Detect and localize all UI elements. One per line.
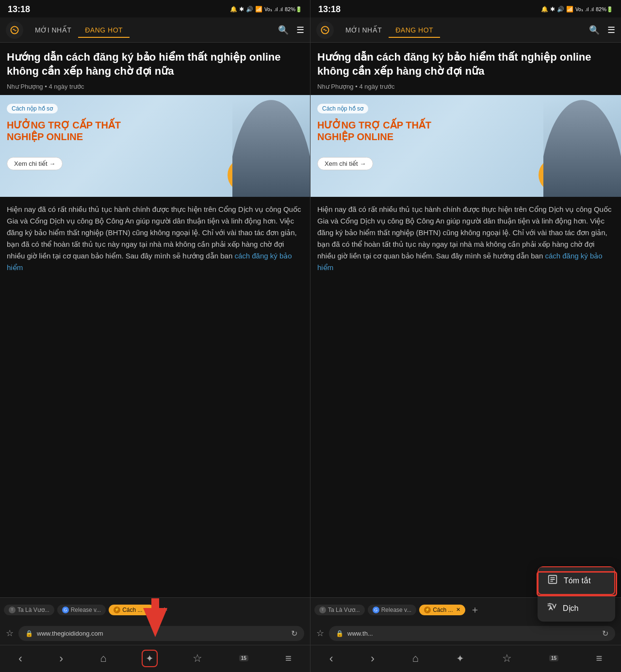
bottom-nav-right: ‹ › ⌂ ✦ ☆ 15 ≡ <box>310 645 621 672</box>
banner-title-right: HƯỞNG TRỢ CẤP THẤT NGHIỆP ONLINE <box>317 119 453 143</box>
ai-btn-left[interactable]: ✦ <box>142 650 158 667</box>
status-icons-right: 🔔 ✱ 🔊 📶 Vo₁ .ıl .ıl 82%🔋 <box>541 6 613 13</box>
refresh-icon-left[interactable]: ↻ <box>291 629 297 638</box>
more-btn-right[interactable]: ≡ <box>594 650 604 667</box>
translate-icon <box>546 602 557 615</box>
bottom-nav-left: ‹ › ⌂ ✦ ☆ 15 ≡ <box>0 645 310 672</box>
status-bar-right: 13:18 🔔 ✱ 🔊 📶 Vo₁ .ıl .ıl 82%🔋 <box>310 0 621 17</box>
nav-bar-right: MỚI NHẤT ĐANG HOT 🔍 ☰ <box>310 17 621 43</box>
article-header-left: Hướng dẫn cách đăng ký bảo hiểm thất ngh… <box>0 43 310 95</box>
nav-icons-left: 🔍 ☰ <box>278 25 304 35</box>
ai-btn-right[interactable]: ✦ <box>454 651 466 666</box>
address-bar-left: ☆ 🔒 www.thegioididong.com ↻ <box>0 622 310 645</box>
banner-right: Cách nộp hồ sơ HƯỞNG TRỢ CẤP THẤT NGHIỆP… <box>310 95 621 197</box>
tab-icon-2-left: ⚡ <box>114 607 120 613</box>
search-icon-right[interactable]: 🔍 <box>589 25 600 35</box>
browser-tab-2-right[interactable]: ⚡ Cách ... ✕ <box>419 605 465 615</box>
left-phone-panel: 13:18 🔔 ✱ 🔊 📶 Vo₁ .ıl .ıl 82%🔋 MỚI NHẤT … <box>0 0 310 672</box>
tab-icon-2-right: ⚡ <box>424 607 431 613</box>
banner-tag-left: Cách nộp hồ sơ <box>7 104 58 113</box>
status-bar-left: 13:18 🔔 ✱ 🔊 📶 Vo₁ .ıl .ıl 82%🔋 <box>0 0 310 17</box>
back-btn-right[interactable]: ‹ <box>327 650 335 667</box>
tab-icon-1-right: G <box>373 607 379 613</box>
status-time-left: 13:18 <box>8 4 30 15</box>
refresh-icon-right[interactable]: ↻ <box>602 629 608 638</box>
article-time-left: 4 ngày trước <box>49 83 84 90</box>
tab-icon-0-right: T <box>319 607 326 613</box>
nav-icons-right: 🔍 ☰ <box>589 25 615 35</box>
address-text-left: www.thegioididong.com <box>37 630 287 637</box>
browser-tab-0-right[interactable]: T Ta Là Vươ... <box>314 605 365 615</box>
tab-add-right[interactable]: ＋ <box>468 603 482 616</box>
popup-label-dich: Dịch <box>563 604 578 613</box>
back-btn-left[interactable]: ‹ <box>16 650 24 667</box>
lock-icon-right: 🔒 <box>336 630 343 637</box>
summarize-icon <box>547 574 558 587</box>
article-meta-left: Như Phượng • 4 ngày trước <box>7 83 303 90</box>
status-time-right: 13:18 <box>318 4 341 15</box>
right-phone-panel: 13:18 🔔 ✱ 🔊 📶 Vo₁ .ıl .ıl 82%🔋 MỚI NHẤT … <box>310 0 621 672</box>
browser-tab-1-left[interactable]: G Release v... <box>57 605 106 615</box>
article-title-left: Hướng dẫn cách đăng ký bảo hiểm thất ngh… <box>7 50 303 78</box>
banner-title-left: HƯỞNG TRỢ CẤP THẤT NGHIỆP ONLINE <box>7 119 143 143</box>
status-icons-left: 🔔 ✱ 🔊 📶 Vo₁ .ıl .ıl 82%🔋 <box>230 6 302 13</box>
menu-icon-right[interactable]: ☰ <box>607 25 615 35</box>
popup-item-tomtat[interactable]: Tóm tắt <box>538 566 615 595</box>
article-title-right: Hướng dẫn cách đăng ký bảo hiểm thất ngh… <box>317 50 614 78</box>
banner-left: Cách nộp hồ sơ HƯỞNG TRỢ CẤP THẤT NGHIỆP… <box>0 95 310 197</box>
forward-btn-right[interactable]: › <box>369 650 376 667</box>
article-author-right: Như Phượng <box>317 83 354 90</box>
star-btn-right[interactable]: ☆ <box>500 650 514 667</box>
bookmark-icon-right[interactable]: ☆ <box>316 628 324 639</box>
browser-tab-1-right[interactable]: G Release v... <box>368 605 416 615</box>
article-body-left: Hiện nay đã có rất nhiều thủ tục hành ch… <box>0 197 310 597</box>
article-header-right: Hướng dẫn cách đăng ký bảo hiểm thất ngh… <box>310 43 621 95</box>
tab-dang-hot-right[interactable]: ĐANG HOT <box>389 22 440 38</box>
article-meta-right: Như Phượng • 4 ngày trước <box>317 83 614 90</box>
tab-moi-nhat-left[interactable]: MỚI NHẤT <box>28 22 78 38</box>
nav-tabs-left: MỚI NHẤT ĐANG HOT <box>28 22 278 38</box>
logo-right[interactable] <box>316 21 334 39</box>
forward-btn-left[interactable]: › <box>57 650 65 667</box>
address-bar-right: ☆ 🔒 www.th... ↻ <box>310 622 621 645</box>
tab-add-left[interactable]: ＋ <box>158 603 171 616</box>
star-btn-left[interactable]: ☆ <box>191 650 204 667</box>
tabs-btn-right[interactable]: 15 <box>547 653 560 663</box>
article-author-left: Như Phượng <box>7 83 43 90</box>
tab-dang-hot-left[interactable]: ĐANG HOT <box>78 22 130 38</box>
bookmark-icon-left[interactable]: ☆ <box>6 628 14 639</box>
tab-close-right[interactable]: ✕ <box>456 607 460 613</box>
address-field-left[interactable]: 🔒 www.thegioididong.com ↻ <box>18 626 304 641</box>
tab-close-left[interactable]: ✕ <box>146 607 150 613</box>
browser-tab-0-left[interactable]: T Ta Là Vươ... <box>4 605 54 615</box>
browser-tabs-left: T Ta Là Vươ... G Release v... ⚡ Cách ...… <box>0 597 310 622</box>
popup-label-tomtat: Tóm tắt <box>564 576 590 585</box>
banner-person-left <box>232 100 310 197</box>
popup-item-dich[interactable]: Dịch <box>538 595 615 622</box>
address-text-right: www.th... <box>347 630 598 637</box>
lock-icon-left: 🔒 <box>25 630 33 637</box>
browser-tab-2-left[interactable]: ⚡ Cách ... ✕ <box>109 605 154 615</box>
logo-left[interactable] <box>6 21 23 39</box>
banner-btn-right[interactable]: Xem chi tiết → <box>317 157 373 170</box>
banner-btn-left[interactable]: Xem chi tiết → <box>7 157 63 170</box>
nav-bar-left: MỚI NHẤT ĐANG HOT 🔍 ☰ <box>0 17 310 43</box>
tab-moi-nhat-right[interactable]: MỚI NHẤT <box>339 22 389 38</box>
more-btn-left[interactable]: ≡ <box>283 650 294 667</box>
home-btn-left[interactable]: ⌂ <box>98 650 108 667</box>
home-btn-right[interactable]: ⌂ <box>410 650 420 667</box>
banner-tag-right: Cách nộp hồ sơ <box>317 104 368 113</box>
search-icon-left[interactable]: 🔍 <box>278 25 289 35</box>
tab-icon-0-left: T <box>9 607 16 613</box>
nav-tabs-right: MỚI NHẤT ĐANG HOT <box>339 22 589 38</box>
popup-menu-right: Tóm tắt Dịch <box>538 566 615 622</box>
tab-icon-1-left: G <box>62 607 69 613</box>
tabs-btn-left[interactable]: 15 <box>237 653 250 663</box>
article-body-right: Hiện nay đã có rất nhiều thủ tục hành ch… <box>310 197 621 597</box>
banner-person-right <box>543 100 621 197</box>
article-time-right: 4 ngày trước <box>359 83 394 90</box>
address-field-right[interactable]: 🔒 www.th... ↻ <box>329 626 615 641</box>
menu-icon-left[interactable]: ☰ <box>296 25 304 35</box>
